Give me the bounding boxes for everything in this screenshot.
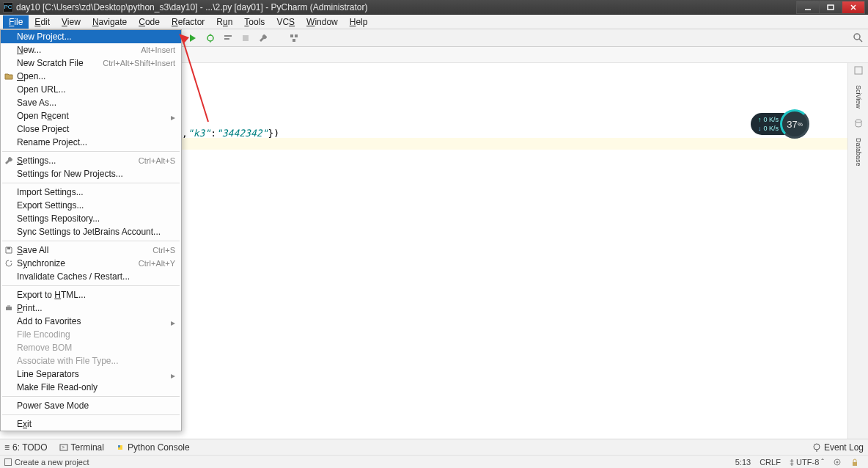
file-encoding[interactable]: ‡ UTF-8 ˆ <box>785 458 828 467</box>
event-log-tool[interactable]: Event Log <box>812 442 864 453</box>
svg-rect-12 <box>295 34 298 37</box>
menu-run[interactable]: Run <box>210 15 238 29</box>
menu-rename-project[interactable]: Rename Project... <box>1 136 181 149</box>
download-speed: 0 K/s <box>764 124 779 133</box>
svg-rect-11 <box>290 34 293 37</box>
svg-rect-13 <box>293 39 295 42</box>
status-hint: Create a new project <box>15 458 89 467</box>
folder-open-icon <box>4 71 14 81</box>
menu-refactor[interactable]: Refactor <box>166 15 210 29</box>
svg-rect-20 <box>7 305 10 307</box>
stop-icon[interactable] <box>240 33 251 43</box>
svg-point-25 <box>814 444 820 450</box>
window-minimize-button[interactable] <box>796 1 820 14</box>
window-close-button[interactable] <box>842 1 865 14</box>
submenu-arrow-icon: ▸ <box>171 370 175 381</box>
menu-new-scratch[interactable]: New Scratch FileCtrl+Alt+Shift+Insert <box>1 56 181 70</box>
menu-edit[interactable]: Edit <box>29 15 56 29</box>
svg-rect-19 <box>6 307 12 310</box>
structure-icon[interactable] <box>289 33 299 43</box>
window-maximize-button[interactable] <box>819 1 842 14</box>
menu-file-encoding: File Encoding <box>1 328 181 341</box>
menu-help[interactable]: Help <box>344 15 374 29</box>
wrench-icon <box>4 156 14 166</box>
run-icon[interactable] <box>188 33 198 43</box>
menu-sync-jetbrains[interactable]: Sync Settings to JetBrains Account... <box>1 225 181 238</box>
menu-exit[interactable]: Exit <box>1 417 181 431</box>
app-icon: PC <box>3 2 13 12</box>
save-icon <box>4 245 14 255</box>
submenu-arrow-icon: ▸ <box>171 112 175 123</box>
lock-icon[interactable] <box>846 458 864 467</box>
menu-open[interactable]: Open... <box>1 70 181 83</box>
code-line: ,"k3":"3442342"}) <box>182 128 279 139</box>
python-console-tool[interactable]: Python Console <box>116 442 190 453</box>
window-title: day10 [C:\Users\zd\Desktop\python_s3\day… <box>16 2 797 12</box>
menu-save-as[interactable]: Save As... <box>1 96 181 109</box>
menu-line-separators[interactable]: Line Separators▸ <box>1 368 181 381</box>
debug-icon[interactable] <box>205 33 216 43</box>
svg-rect-8 <box>224 35 232 37</box>
wrench-icon[interactable] <box>258 33 268 43</box>
menu-remove-bom: Remove BOM <box>1 341 181 354</box>
svg-rect-18 <box>7 247 10 249</box>
svg-point-17 <box>856 120 861 123</box>
terminal-icon: > <box>59 443 68 452</box>
svg-rect-16 <box>855 67 862 74</box>
menu-settings-repository[interactable]: Settings Repository... <box>1 212 181 225</box>
menu-new-project[interactable]: New Project... <box>1 30 181 43</box>
svg-point-28 <box>836 461 839 463</box>
menu-import-settings[interactable]: Import Settings... <box>1 186 181 199</box>
menu-power-save[interactable]: Power Save Mode <box>1 399 181 412</box>
menu-file[interactable]: File <box>3 15 29 29</box>
menu-open-url[interactable]: Open URL... <box>1 83 181 96</box>
menu-navigate[interactable]: Navigate <box>87 15 133 29</box>
search-icon[interactable] <box>852 32 864 43</box>
coverage-icon[interactable] <box>223 33 233 43</box>
right-tool-strip: SciView Database <box>847 63 868 439</box>
network-monitor-widget[interactable]: ↑0 K/s ↓0 K/s 37% <box>751 110 821 138</box>
sync-icon <box>4 258 14 268</box>
upload-speed: 0 K/s <box>764 115 779 124</box>
svg-text:>: > <box>62 445 65 450</box>
svg-line-15 <box>859 39 862 42</box>
menu-close-project[interactable]: Close Project <box>1 123 181 136</box>
menu-code[interactable]: Code <box>133 15 166 29</box>
svg-rect-29 <box>853 462 857 466</box>
print-icon <box>4 303 14 313</box>
terminal-tool[interactable]: >Terminal <box>59 442 104 453</box>
menu-make-readonly[interactable]: Make File Read-only <box>1 381 181 394</box>
caret-position[interactable]: 5:13 <box>731 458 755 467</box>
menu-settings-new-projects[interactable]: Settings for New Projects... <box>1 167 181 180</box>
menu-vcs[interactable]: VCS <box>271 15 301 29</box>
sciview-tab[interactable]: SciView <box>855 85 862 109</box>
svg-rect-1 <box>828 5 834 10</box>
menu-invalidate-caches[interactable]: Invalidate Caches / Restart... <box>1 270 181 283</box>
menu-tools[interactable]: Tools <box>238 15 271 29</box>
menu-save-all[interactable]: Save AllCtrl+S <box>1 244 181 257</box>
menu-window[interactable]: Window <box>301 15 344 29</box>
menu-open-recent[interactable]: Open Recent▸ <box>1 109 181 123</box>
menu-new[interactable]: New...Alt+Insert <box>1 43 181 56</box>
tool-windows-toggle[interactable] <box>4 458 12 466</box>
python-icon <box>116 443 125 452</box>
menu-synchronize[interactable]: SynchronizeCtrl+Alt+Y <box>1 257 181 270</box>
menu-export-html[interactable]: Export to HTML... <box>1 288 181 301</box>
svg-rect-9 <box>224 38 229 40</box>
menu-settings[interactable]: Settings...Ctrl+Alt+S <box>1 154 181 167</box>
window-titlebar: PC day10 [C:\Users\zd\Desktop\python_s3\… <box>0 0 868 15</box>
database-tab[interactable]: Database <box>855 138 862 167</box>
submenu-arrow-icon: ▸ <box>171 318 175 328</box>
menu-print[interactable]: Print... <box>1 301 181 315</box>
menu-export-settings[interactable]: Export Settings... <box>1 199 181 212</box>
menu-add-favorites[interactable]: Add to Favorites▸ <box>1 315 181 328</box>
svg-point-14 <box>854 34 860 40</box>
inspection-icon[interactable] <box>828 458 846 467</box>
bottom-tool-strip: ≡6: TODO >Terminal Python Console Event … <box>0 439 868 455</box>
database-icon[interactable] <box>854 119 863 128</box>
menu-view[interactable]: View <box>56 15 87 29</box>
todo-tool[interactable]: ≡6: TODO <box>4 442 48 453</box>
sciview-icon[interactable] <box>854 66 863 75</box>
line-separator[interactable]: CRLF <box>755 458 785 467</box>
usage-dial: 37% <box>780 109 809 139</box>
